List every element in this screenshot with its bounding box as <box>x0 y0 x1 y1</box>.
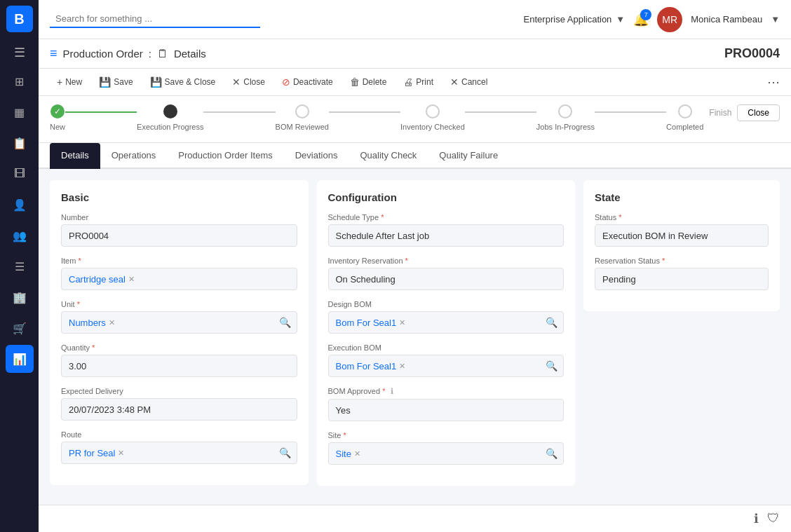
form-area: Basic Number PRO0004 Item * Cartridge se… <box>39 169 791 497</box>
new-icon: + <box>57 76 62 88</box>
record-id: PRO0004 <box>724 46 780 61</box>
design-bom-value: Bom For Seal1 ✕ 🔍 <box>328 311 564 334</box>
unit-tag-remove[interactable]: ✕ <box>109 318 115 327</box>
close-icon: ✕ <box>232 76 241 88</box>
print-icon: 🖨 <box>403 76 413 88</box>
deactivate-button[interactable]: ⊘ Deactivate <box>275 73 340 91</box>
route-value: PR for Seal ✕ 🔍 <box>61 442 297 464</box>
page-header: ≡ Production Order : 🗒 Details PRO0004 <box>39 39 791 69</box>
site-search-icon[interactable]: 🔍 <box>546 448 557 459</box>
sidebar-item-cart[interactable]: 🛒 <box>6 314 34 342</box>
topbar: Enterprise Application ▼ 🔔 7 MR Monica R… <box>39 0 791 39</box>
number-value: PRO0004 <box>61 224 297 247</box>
status-label: Status * <box>595 213 769 221</box>
cancel-button[interactable]: ✕ Cancel <box>443 73 494 91</box>
tab-production-order-items[interactable]: Production Order Items <box>167 143 283 169</box>
sidebar-item-person[interactable]: 👤 <box>6 191 34 219</box>
site-tag-remove[interactable]: ✕ <box>354 449 360 458</box>
more-button[interactable]: ⋯ <box>767 74 780 90</box>
sidebar-item-report[interactable]: 📋 <box>6 129 34 157</box>
tab-deviations[interactable]: Deviations <box>284 143 349 169</box>
execution-bom-label: Execution BOM <box>328 343 564 352</box>
route-search-icon[interactable]: 🔍 <box>279 447 291 458</box>
step-circle-execution <box>163 104 177 118</box>
new-button[interactable]: + New <box>50 73 89 91</box>
step-new: ✓ New <box>50 104 65 131</box>
reservation-status-label: Reservation Status * <box>595 257 769 265</box>
info-icon[interactable]: ℹ <box>754 511 759 526</box>
hamburger-icon[interactable]: ☰ <box>10 41 29 64</box>
tab-quality-failure[interactable]: Quality Failure <box>428 143 509 169</box>
bottom-bar: ℹ 🛡 <box>39 505 791 532</box>
sidebar-item-calendar[interactable]: ▦ <box>6 98 34 126</box>
print-button[interactable]: 🖨 Print <box>396 73 440 91</box>
dropdown-icon: ▼ <box>616 14 625 25</box>
sidebar-item-list[interactable]: ☰ <box>6 252 34 280</box>
item-value: Cartridge seal ✕ <box>61 268 297 290</box>
search-input[interactable] <box>50 11 260 28</box>
step-completed: Completed <box>666 104 703 131</box>
tabs-bar: Details Operations Production Order Item… <box>39 143 791 169</box>
route-tag-text: PR for Seal <box>69 448 115 458</box>
site-tag-text: Site <box>336 449 351 459</box>
avatar: MR <box>657 7 682 32</box>
design-bom-tag-remove[interactable]: ✕ <box>399 318 405 327</box>
delete-icon: 🗑 <box>350 76 360 88</box>
reservation-status-value: Pending <box>595 268 769 290</box>
step-circle-bom <box>295 104 309 118</box>
close-step-button[interactable]: Close <box>737 104 780 121</box>
main-area: Enterprise Application ▼ 🔔 7 MR Monica R… <box>39 0 791 532</box>
execution-bom-tag-remove[interactable]: ✕ <box>399 362 405 371</box>
close-button[interactable]: ✕ Close <box>225 73 272 91</box>
step-label-inventory: Inventory Checked <box>400 123 465 131</box>
sidebar-item-video[interactable]: 🎞 <box>6 160 34 188</box>
unit-search-icon[interactable]: 🔍 <box>279 317 291 328</box>
save-button[interactable]: 💾 Save <box>92 73 140 91</box>
item-tag-remove[interactable]: ✕ <box>128 275 135 284</box>
design-bom-label: Design BOM <box>328 300 564 308</box>
item-tag-text: Cartridge seal <box>69 274 126 285</box>
notification-button[interactable]: 🔔 7 <box>633 12 649 27</box>
user-name-label[interactable]: Monica Rambeau <box>691 14 762 25</box>
design-bom-search-icon[interactable]: 🔍 <box>546 317 557 328</box>
inventory-reservation-field-group: Inventory Reservation * On Scheduling <box>328 257 564 290</box>
notification-badge: 7 <box>640 9 651 20</box>
tab-quality-check[interactable]: Quality Check <box>349 143 428 169</box>
shield-icon[interactable]: 🛡 <box>767 511 780 526</box>
tab-details[interactable]: Details <box>50 143 100 169</box>
list-icon: ≡ <box>50 46 58 61</box>
design-bom-field-group: Design BOM Bom For Seal1 ✕ 🔍 <box>328 300 564 334</box>
configuration-panel: Configuration Schedule Type * Schedule A… <box>317 180 576 486</box>
execution-bom-tag: Bom For Seal1 ✕ <box>336 361 406 371</box>
route-tag-remove[interactable]: ✕ <box>118 449 124 458</box>
finish-label: Finish <box>709 108 731 118</box>
expected-delivery-value[interactable]: 20/07/2023 3:48 PM <box>61 398 297 421</box>
sidebar-item-chart[interactable]: 📊 <box>6 345 34 373</box>
topbar-right: Enterprise Application ▼ 🔔 7 MR Monica R… <box>524 7 780 32</box>
step-circle-completed <box>678 104 692 118</box>
execution-bom-search-icon[interactable]: 🔍 <box>546 360 557 371</box>
user-dropdown-icon[interactable]: ▼ <box>771 14 780 25</box>
sidebar-item-building[interactable]: 🏢 <box>6 283 34 311</box>
save-close-button[interactable]: 💾 Save & Close <box>143 73 223 91</box>
save-icon: 💾 <box>99 76 111 88</box>
quantity-field-group: Quantity * 3.00 <box>61 343 297 377</box>
status-value: Execution BOM in Review <box>595 224 769 247</box>
inventory-reservation-label: Inventory Reservation * <box>328 257 564 265</box>
delete-button[interactable]: 🗑 Delete <box>343 73 394 91</box>
step-label-execution: Execution Progress <box>137 123 203 131</box>
state-panel: State Status * Execution BOM in Review R… <box>583 180 780 311</box>
connector-1 <box>65 111 137 113</box>
app-selector[interactable]: Enterprise Application ▼ <box>524 14 626 25</box>
inventory-reservation-value: On Scheduling <box>328 268 564 290</box>
quantity-value[interactable]: 3.00 <box>61 355 297 377</box>
deactivate-icon: ⊘ <box>282 76 290 88</box>
step-label-new: New <box>50 123 65 131</box>
sidebar-item-users[interactable]: 👥 <box>6 221 34 250</box>
tab-operations[interactable]: Operations <box>100 143 168 169</box>
number-field-group: Number PRO0004 <box>61 213 297 247</box>
step-label-completed: Completed <box>666 123 703 131</box>
expected-delivery-field-group: Expected Delivery 20/07/2023 3:48 PM <box>61 387 297 421</box>
basic-title: Basic <box>61 191 297 203</box>
sidebar-item-dashboard[interactable]: ⊞ <box>6 67 34 95</box>
